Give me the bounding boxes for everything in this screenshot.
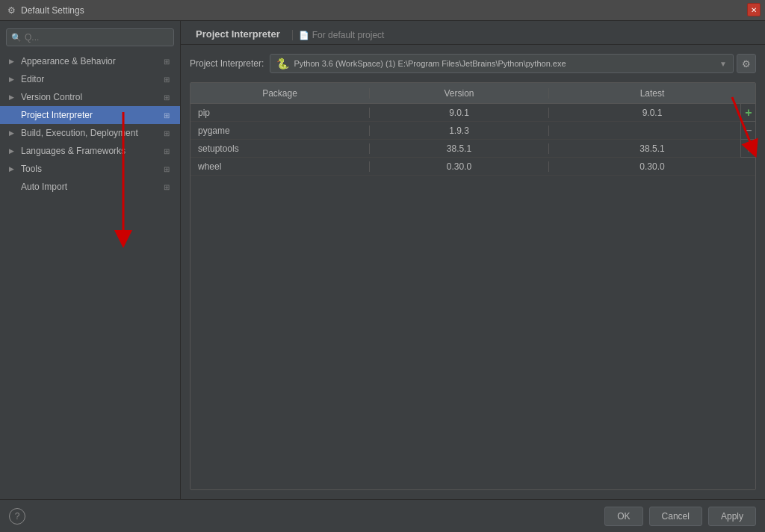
- sidebar-item-label: Build, Execution, Deployment: [21, 128, 164, 138]
- package-latest: 38.5.1: [549, 143, 755, 154]
- table-row[interactable]: pygame 1.9.3: [191, 122, 755, 140]
- package-version: 0.30.0: [370, 161, 549, 172]
- copy-icon: ⊞: [164, 128, 174, 138]
- tab-separator: [292, 30, 293, 40]
- package-version: 1.9.3: [370, 126, 549, 136]
- tab-for-default-project[interactable]: 📄For default project: [299, 30, 385, 40]
- table-header: Package Version Latest: [191, 83, 755, 104]
- interpreter-dropdown[interactable]: 🐍 Python 3.6 (WorkSpace) (1) E:\Program …: [270, 54, 734, 73]
- apply-button[interactable]: Apply: [708, 507, 756, 526]
- sidebar-item-appearance[interactable]: ▶ Appearance & Behavior ⊞: [0, 52, 180, 70]
- copy-icon: ⊞: [164, 110, 174, 120]
- panel-content: Project Interpreter: 🐍 Python 3.6 (WorkS…: [181, 45, 765, 499]
- sidebar-item-auto-import[interactable]: ▶ Auto Import ⊞: [0, 178, 180, 196]
- sidebar-item-label: Version Control: [21, 92, 164, 102]
- package-version: 9.0.1: [370, 108, 549, 118]
- search-box[interactable]: 🔍: [6, 28, 174, 46]
- copy-icon: ⊞: [164, 182, 174, 192]
- col-header-package: Package: [191, 88, 370, 99]
- close-button[interactable]: ✕: [747, 3, 761, 16]
- window-title: Default Settings: [21, 5, 84, 16]
- table-actions: + − ↑: [740, 104, 755, 158]
- package-version: 38.5.1: [370, 143, 549, 154]
- expand-arrow-icon: ▶: [9, 75, 18, 83]
- interpreter-row: Project Interpreter: 🐍 Python 3.6 (WorkS…: [190, 54, 756, 73]
- main-panel: Project Interpreter 📄For default project…: [181, 21, 765, 499]
- sidebar-item-label: Editor: [21, 74, 164, 84]
- package-name: wheel: [191, 161, 370, 172]
- expand-arrow-icon: ▶: [9, 111, 18, 119]
- interpreter-path: Python 3.6 (WorkSpace) (1) E:\Program Fi…: [294, 59, 715, 68]
- expand-arrow-icon: ▶: [9, 165, 18, 173]
- table-body: pip 9.0.1 9.0.1 pygame 1.9.3 setuptoo: [191, 104, 755, 489]
- copy-icon: ⊞: [164, 74, 174, 84]
- copy-icon: ⊞: [164, 92, 174, 102]
- table-row[interactable]: wheel 0.30.0 0.30.0: [191, 158, 755, 176]
- file-icon: 📄: [299, 31, 309, 40]
- expand-arrow-icon: ▶: [9, 129, 18, 137]
- sidebar-item-label: Tools: [21, 164, 164, 174]
- add-package-button[interactable]: +: [741, 104, 755, 122]
- sidebar-item-languages[interactable]: ▶ Languages & Frameworks ⊞: [0, 142, 180, 160]
- package-table: Package Version Latest pip 9.0.1 9.0.1: [190, 82, 756, 490]
- search-icon: 🔍: [11, 33, 22, 43]
- package-name: pygame: [191, 126, 370, 136]
- sidebar-item-label: Appearance & Behavior: [21, 56, 164, 66]
- sidebar-item-label: Languages & Frameworks: [21, 146, 164, 156]
- expand-arrow-icon: ▶: [9, 147, 18, 155]
- remove-package-button[interactable]: −: [741, 122, 755, 140]
- sidebar-item-label: Auto Import: [21, 182, 164, 192]
- search-input[interactable]: [25, 32, 169, 43]
- help-button[interactable]: ?: [9, 508, 25, 525]
- expand-arrow-icon: ▶: [9, 58, 18, 65]
- sidebar: 🔍 ▶ Appearance & Behavior ⊞ ▶ Editor ⊞ ▶…: [0, 21, 181, 499]
- expand-arrow-icon: ▶: [9, 93, 18, 101]
- upgrade-package-button[interactable]: ↑: [741, 140, 755, 158]
- bottom-left: ?: [9, 508, 598, 525]
- copy-icon: ⊞: [164, 164, 174, 174]
- expand-arrow-icon: ▶: [9, 183, 18, 191]
- sidebar-item-tools[interactable]: ▶ Tools ⊞: [0, 160, 180, 178]
- chevron-down-icon: ▼: [719, 60, 727, 68]
- bottom-bar: ? OK Cancel Apply: [0, 499, 765, 532]
- title-bar: ⚙ Default Settings ✕: [0, 0, 765, 21]
- sidebar-item-project-interpreter[interactable]: ▶ Project Interpreter ⊞: [0, 106, 180, 124]
- package-name: pip: [191, 108, 370, 118]
- table-row[interactable]: setuptools 38.5.1 38.5.1: [191, 140, 755, 158]
- package-latest: 9.0.1: [549, 108, 755, 118]
- tab-project-interpreter[interactable]: Project Interpreter: [190, 25, 286, 44]
- sidebar-item-version-control[interactable]: ▶ Version Control ⊞: [0, 88, 180, 106]
- app-icon: ⚙: [6, 5, 16, 16]
- copy-icon: ⊞: [164, 56, 174, 66]
- sidebar-item-build[interactable]: ▶ Build, Execution, Deployment ⊞: [0, 124, 180, 142]
- python-icon: 🐍: [276, 58, 289, 69]
- package-name: setuptools: [191, 143, 370, 154]
- sidebar-item-label: Project Interpreter: [21, 110, 164, 120]
- col-header-version: Version: [370, 88, 549, 99]
- sidebar-item-editor[interactable]: ▶ Editor ⊞: [0, 70, 180, 88]
- cancel-button[interactable]: Cancel: [649, 507, 702, 526]
- table-row[interactable]: pip 9.0.1 9.0.1: [191, 104, 755, 122]
- package-latest: 0.30.0: [549, 161, 755, 172]
- copy-icon: ⊞: [164, 146, 174, 156]
- interpreter-label: Project Interpreter:: [190, 58, 264, 69]
- gear-button[interactable]: ⚙: [737, 54, 756, 73]
- col-header-latest: Latest: [549, 88, 755, 99]
- tab-bar: Project Interpreter 📄For default project: [181, 21, 765, 45]
- ok-button[interactable]: OK: [604, 507, 642, 526]
